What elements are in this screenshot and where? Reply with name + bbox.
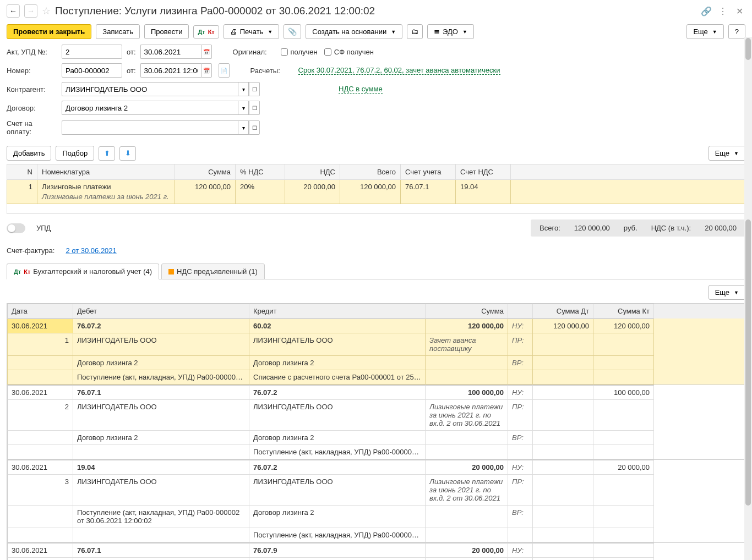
total-value: 120 000,00 xyxy=(574,224,610,232)
favorite-icon[interactable]: ☆ xyxy=(42,5,51,17)
move-up-button[interactable]: ⬆ xyxy=(99,146,115,161)
upd-label: УПД xyxy=(36,224,51,232)
contract-label: Договор: xyxy=(7,104,57,112)
post-and-close-button[interactable]: Провести и закрыть xyxy=(7,24,91,39)
print-button[interactable]: 🖨 Печать▼ xyxy=(224,24,280,39)
posting-more-button[interactable]: Еще▼ xyxy=(709,285,745,300)
contragent-label: Контрагент: xyxy=(7,85,57,94)
num-from-label: от: xyxy=(127,67,136,75)
act-from-label: от: xyxy=(127,48,136,56)
col-sum-kt: Сумма Кт xyxy=(593,304,654,319)
col-acc: Счет учета xyxy=(401,164,456,180)
kt-icon: Кт xyxy=(24,268,30,275)
more-button[interactable]: Еще▼ xyxy=(686,24,723,39)
col-credit: Кредит xyxy=(249,304,426,319)
link-icon[interactable]: 🔗 xyxy=(700,5,712,17)
table-row[interactable]: 1 Лизинговые платежиЛизинговые платежи з… xyxy=(7,180,745,204)
act-no-input[interactable] xyxy=(62,45,122,59)
move-down-button[interactable]: ⬇ xyxy=(119,146,136,161)
dt-icon: Дт xyxy=(14,268,21,275)
posting-table[interactable]: Дата Дебет Кредит Сумма Сумма Дт Сумма К… xyxy=(7,303,745,560)
dt-kt-button[interactable]: ДтКт xyxy=(193,25,219,39)
settle-link[interactable]: Срок 30.07.2021, 76.07.2, 60.02, зачет а… xyxy=(298,66,500,75)
col-vat-pct: % НДС xyxy=(236,164,285,180)
scrollbar[interactable] xyxy=(744,37,752,560)
contragent-input[interactable] xyxy=(62,82,238,96)
post-button[interactable]: Провести xyxy=(144,24,189,39)
save-button[interactable]: Записать xyxy=(96,24,140,39)
col-total: Всего xyxy=(340,164,401,180)
col-vat: НДС xyxy=(285,164,340,180)
col-n: N xyxy=(7,164,37,180)
col-debit: Дебет xyxy=(73,304,249,319)
number-input[interactable] xyxy=(62,63,122,78)
contract-input[interactable] xyxy=(62,101,238,115)
bill-label: Счет на оплату: xyxy=(7,119,57,136)
page-title: Поступление: Услуги лизинга Ра00-000002 … xyxy=(55,5,696,17)
sf-received-checkbox[interactable]: СФ получен xyxy=(324,48,374,56)
nav-forward-button[interactable]: → xyxy=(24,4,37,18)
tab-vat[interactable]: НДС предъявленный (1) xyxy=(161,263,265,279)
open-icon[interactable]: ☐ xyxy=(249,82,260,96)
items-table[interactable]: N Номенклатура Сумма % НДС НДС Всего Сче… xyxy=(7,164,745,214)
nav-back-button[interactable]: ← xyxy=(7,4,20,18)
calendar-icon[interactable]: 📅 xyxy=(201,63,212,78)
number-label: Номер: xyxy=(7,67,57,75)
menu-icon[interactable]: ⋮ xyxy=(717,5,729,17)
invoice-link[interactable]: 2 от 30.06.2021 xyxy=(66,246,116,255)
tab-accounting[interactable]: ДтКт Бухгалтерский и налоговый учет (4) xyxy=(7,263,159,279)
table-more-button[interactable]: Еще▼ xyxy=(709,146,745,161)
col-vat-acc: Счет НДС xyxy=(456,164,511,180)
form-icon-button[interactable]: 📄 xyxy=(219,63,230,78)
upd-toggle[interactable] xyxy=(7,223,25,233)
num-date-input[interactable] xyxy=(140,63,201,78)
act-label: Акт, УПД №: xyxy=(7,48,57,56)
open-icon[interactable]: ☐ xyxy=(249,101,260,115)
col-sum: Сумма xyxy=(175,164,236,180)
close-icon[interactable]: ✕ xyxy=(733,5,745,17)
select-button[interactable]: Подбор xyxy=(56,146,94,161)
total-label: Всего: xyxy=(540,224,560,232)
calendar-icon[interactable]: 📅 xyxy=(201,45,212,59)
add-button[interactable]: Добавить xyxy=(7,146,51,161)
help-button[interactable]: ? xyxy=(728,24,745,39)
col-date: Дата xyxy=(7,304,73,319)
create-based-button[interactable]: Создать на основании▼ xyxy=(306,24,402,39)
edo-button[interactable]: ≣ ЭДО▼ xyxy=(427,24,474,39)
doc-icon xyxy=(168,269,174,274)
dropdown-icon[interactable]: ▾ xyxy=(238,101,249,115)
open-icon[interactable]: ☐ xyxy=(249,120,260,135)
col-sum: Сумма xyxy=(426,304,508,319)
attach-button[interactable]: 📎 xyxy=(284,24,301,39)
settle-label: Расчеты: xyxy=(250,67,292,75)
vat-label: НДС (в т.ч.): xyxy=(651,224,691,232)
vat-value: 20 000,00 xyxy=(705,224,737,232)
structure-button[interactable]: 🗂 xyxy=(407,24,423,39)
received-checkbox[interactable]: получен xyxy=(281,48,318,56)
dropdown-icon[interactable]: ▾ xyxy=(238,120,249,135)
col-nom: Номенклатура xyxy=(37,164,175,180)
currency: руб. xyxy=(624,224,637,232)
vat-link[interactable]: НДС в сумме xyxy=(339,85,383,94)
original-label: Оригинал: xyxy=(233,48,274,56)
bill-input[interactable] xyxy=(62,120,238,135)
col-sum-dt: Сумма Дт xyxy=(533,304,593,319)
act-date-input[interactable] xyxy=(140,45,201,59)
dropdown-icon[interactable]: ▾ xyxy=(238,82,249,96)
invoice-label: Счет-фактура: xyxy=(7,246,55,255)
